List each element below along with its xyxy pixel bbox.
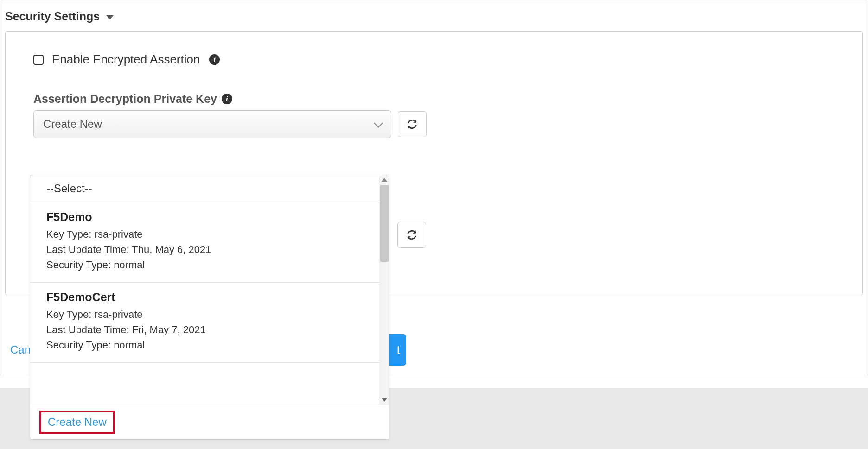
- create-new-option[interactable]: Create New: [48, 416, 107, 428]
- private-key-dropdown: --Select-- F5Demo Key Type: rsa-private …: [30, 175, 389, 440]
- refresh-button[interactable]: [398, 111, 427, 137]
- arrow-down-icon: [381, 398, 388, 402]
- scroll-up-button[interactable]: [380, 175, 389, 185]
- option-field: Key Type: rsa-private: [46, 309, 373, 321]
- info-icon[interactable]: i: [222, 94, 232, 104]
- option-field: Key Type: rsa-private: [46, 228, 373, 240]
- select-value: Create New: [43, 118, 102, 131]
- option-field: Last Update Time: Fri, May 7, 2021: [46, 324, 373, 336]
- dropdown-option-partial[interactable]: [30, 363, 389, 380]
- dropdown-option-f5demo[interactable]: F5Demo Key Type: rsa-private Last Update…: [30, 202, 389, 283]
- next-button-label: t: [397, 343, 400, 357]
- assertion-decryption-private-key-label: Assertion Decryption Private Key i: [33, 92, 835, 106]
- scrollbar-thumb[interactable]: [380, 185, 389, 262]
- private-key-select[interactable]: Create New: [33, 110, 391, 138]
- option-field: Security Type: normal: [46, 339, 373, 351]
- option-title: F5Demo: [46, 210, 373, 224]
- private-key-select-row: Create New: [33, 110, 835, 138]
- field-label-text: Assertion Decryption Private Key: [33, 92, 217, 106]
- dropdown-placeholder-option[interactable]: --Select--: [30, 175, 389, 202]
- option-field: Last Update Time: Thu, May 6, 2021: [46, 244, 373, 256]
- create-new-highlight: Create New: [39, 411, 115, 434]
- chevron-down-icon: [374, 119, 383, 128]
- scrollbar[interactable]: [379, 175, 389, 405]
- scroll-down-button[interactable]: [380, 395, 389, 405]
- caret-down-icon: [106, 15, 114, 19]
- option-field: Security Type: normal: [46, 259, 373, 271]
- enable-encrypted-assertion-row: Enable Encrypted Assertion i: [33, 52, 835, 67]
- refresh-icon: [406, 229, 418, 241]
- option-title: F5DemoCert: [46, 291, 373, 304]
- enable-encrypted-assertion-checkbox[interactable]: [33, 55, 44, 65]
- cancel-button[interactable]: Can: [10, 343, 31, 356]
- security-settings-container: Security Settings Enable Encrypted Asser…: [0, 0, 868, 376]
- refresh-button[interactable]: [397, 222, 426, 248]
- info-icon[interactable]: i: [209, 54, 220, 65]
- refresh-icon: [406, 118, 418, 130]
- enable-encrypted-assertion-label: Enable Encrypted Assertion: [52, 52, 200, 67]
- dropdown-option-f5democert[interactable]: F5DemoCert Key Type: rsa-private Last Up…: [30, 283, 389, 363]
- section-header[interactable]: Security Settings: [0, 0, 868, 32]
- dropdown-footer: Create New: [30, 405, 389, 439]
- section-title: Security Settings: [5, 10, 100, 23]
- arrow-up-icon: [381, 178, 388, 182]
